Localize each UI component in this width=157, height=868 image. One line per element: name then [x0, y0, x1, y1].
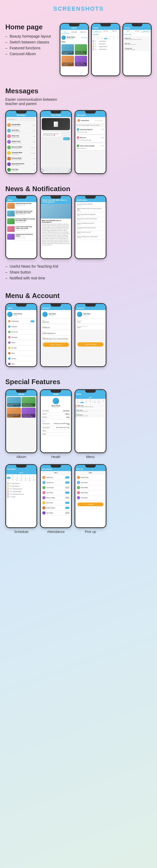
account-profile-row-2: John Pham Change pic: [75, 310, 106, 319]
menu-phone-2-frame: Account John Pham Change pic Name John P…: [40, 303, 72, 367]
sched-nav-schedule[interactable]: Schedule: [102, 30, 110, 32]
msg-item-4[interactable]: Sophie Turner Thank you so much 09:15: [7, 139, 36, 145]
sched-prev[interactable]: ‹: [7, 472, 8, 473]
attend-prev-date[interactable]: ‹: [42, 472, 42, 473]
account-change-pic-2[interactable]: Change pic: [83, 315, 90, 316]
sched-month-bar: ‹ Jan 1 ›: [6, 471, 36, 474]
menu-item-share[interactable]: Share: [6, 362, 36, 366]
keyboard: qwertyuiop asdfghjkl ⇧zxcvbnm⌫: [41, 168, 71, 173]
nav-home[interactable]: Home: [61, 31, 70, 34]
msg-item-7[interactable]: Donovan Hardy Can we reschedule? Mon: [7, 156, 36, 161]
account-change-pic-1[interactable]: Change pic: [49, 315, 56, 316]
save-btn-2[interactable]: SAVE CHANGE: [77, 342, 104, 347]
notif-item-3[interactable]: Notice of Lunar New Year holiday 2019 Ye…: [76, 213, 105, 218]
notif-item-4[interactable]: Notice of parent meeting in the first qu…: [76, 217, 105, 222]
notif-item-7[interactable]: Register donation for your kid 5 days ag…: [76, 230, 105, 235]
news-item-1[interactable]: Educational Games for Kids 2 days ago • …: [6, 202, 36, 210]
msg-text-9: Liam Tyler See you then!: [12, 168, 33, 172]
phone-notch-2: [100, 24, 111, 26]
menu-cal-next[interactable]: ›: [105, 397, 105, 398]
menu-messages-label: Messages: [11, 336, 17, 338]
notif-toggle[interactable]: [31, 320, 34, 322]
notif-item-5[interactable]: Payment of medical fees for your kid 3 d…: [76, 222, 105, 226]
account-avatar-2: [77, 312, 82, 317]
attend-toggle-7[interactable]: [65, 507, 70, 509]
schedule-screen: Home Home Schedule Ask for all Schedule …: [92, 24, 119, 75]
ask-screen: Home Home Schedule Ask for all Ask for a…: [123, 24, 151, 75]
pickup-next-date[interactable]: ›: [104, 472, 105, 473]
attend-toggle-6[interactable]: [65, 502, 70, 504]
msg-item-9[interactable]: Liam Tyler See you then! Sat: [7, 167, 36, 173]
attend-toggle-5[interactable]: [65, 497, 70, 499]
attend-toggle-1[interactable]: [65, 476, 70, 478]
msg-item-5[interactable]: Mercury Freddie Let me know when... Yest…: [7, 145, 36, 150]
attend-toggle-2[interactable]: [65, 482, 70, 484]
menu-item-news[interactable]: News: [6, 351, 36, 356]
news-item-4[interactable]: 5 Tips on How to Help Young Toddler Lear…: [6, 225, 36, 233]
menu-phone-1: Menu John Pham Teacher Notifications: [5, 303, 37, 367]
msg-search[interactable]: 🔍 Search: [7, 118, 36, 121]
nav-schedule[interactable]: Schedule: [70, 31, 78, 34]
menu-item-ask[interactable]: Ask for all: [6, 330, 36, 335]
attend-name-5: Britney Hadley: [46, 497, 65, 498]
attend-toggle-8[interactable]: [65, 512, 70, 514]
notif-sender-name: Hannah Rich: [81, 120, 89, 121]
attend-next-date[interactable]: ›: [70, 472, 70, 473]
schedule-phone-frame: Schedule ‹ Jan 1 › S M T W T F S 1: [5, 464, 37, 528]
pickup-avatar-3: [77, 486, 80, 489]
menu-cal-prev[interactable]: ‹: [76, 397, 76, 398]
notif-item-2[interactable]: Register martial arts for your kid. Impr…: [76, 207, 105, 213]
menu-meals: Rabbit class Chicken porridge mixed with…: [75, 404, 106, 418]
pickup-prev-date[interactable]: ‹: [76, 472, 77, 473]
msg-item-2[interactable]: Aaron Hunt See you tomorrow... 11:45: [7, 128, 36, 133]
sched-nav-ask[interactable]: Ask for all: [110, 30, 119, 32]
save-btn-1[interactable]: SAVE CHANGE: [43, 343, 69, 347]
notif-msg-text: Hey, This is a test message. How are you…: [76, 124, 105, 126]
notif-item-6[interactable]: The schedule of kids health examination …: [76, 226, 105, 231]
news-item-2[interactable]: 5 Fun ways to teach your kids about heal…: [6, 210, 36, 218]
notif-sender-name-2: Alexandria Natasha: [80, 129, 92, 130]
attend-item-6: Myra Pham: [41, 500, 71, 505]
album-img-3: Fun activities of kids in Birth Spot: [7, 408, 21, 418]
menu-item-messages[interactable]: Messages: [6, 335, 36, 340]
menu-item-album[interactable]: Album: [6, 340, 36, 345]
home-section: Home page Beauty homepage layout Switch …: [5, 23, 152, 76]
sched-event-3: 10:30 Singing during with..: [8, 488, 35, 490]
attend-toggle-3[interactable]: [65, 487, 70, 489]
account-profile-row: John Pham Change pic: [41, 310, 71, 319]
sched-nav-home[interactable]: Home: [92, 30, 101, 32]
notif-item-1[interactable]: Tuition fee payment on Feb 2019 2 hours …: [76, 203, 105, 207]
news-phone-1: News Educational Games for Kids 2 days a…: [5, 195, 37, 259]
health-row-1: FULL NAME John Pham: [41, 409, 71, 413]
menu-item-notif[interactable]: Notifications: [6, 319, 36, 324]
msg-item-1[interactable]: Hannah Baker Hey, how are you... 12:30: [7, 122, 36, 128]
attend-toggle-4[interactable]: [65, 492, 70, 494]
special-phones-row2: Schedule ‹ Jan 1 › S M T W T F S 1: [5, 464, 152, 534]
nav-ask[interactable]: Ask for all: [79, 31, 87, 34]
notif-item-8[interactable]: Pictures of training course is on the we…: [76, 235, 105, 240]
bullet-switch: Switch between classes: [5, 39, 57, 45]
msg-item-3[interactable]: Emily Lowe Great job today! 10:20: [7, 133, 36, 139]
msg-item-6[interactable]: Alexandria Mejia I'll be there at 8 Yest…: [7, 150, 36, 156]
grid-label-3: Fun activities of kids in Birth Spot: [62, 63, 73, 66]
menu-item-job[interactable]: Job offer: [6, 345, 36, 350]
grid-item-4: Organise cultural competitions for kids: [75, 56, 87, 66]
phone-notch-11: [50, 304, 61, 307]
menu-item-contact[interactable]: Contact: [6, 356, 36, 361]
menu-contact-label: Contact: [11, 358, 16, 359]
schedule-nav: Home Schedule Ask for all: [92, 30, 119, 33]
share-icon: [8, 363, 10, 365]
news-item-3[interactable]: Best Age and Method for Learning How to …: [6, 218, 36, 225]
menu-profile-name: John Pham: [13, 313, 22, 315]
update-btn[interactable]: UPDATE: [77, 502, 104, 506]
msg-avatar-1: [7, 123, 11, 127]
menu-cal-nav: ‹ Jan 7 ›: [76, 397, 105, 398]
menu-phone-3-frame: Account John Pham Change pic Password ••…: [75, 303, 107, 367]
news-item-5[interactable]: 7 Amazing Tips And Tricks For Children 6…: [6, 233, 36, 241]
notif-sender-name-4: Some school principal: [80, 145, 94, 147]
sched-next[interactable]: ›: [35, 472, 35, 473]
msg-notif-item-2: Alexandria Natasha 3:45 PM Thank you ver…: [75, 127, 106, 134]
menu-item-schedule[interactable]: Schedule: [6, 324, 36, 329]
attend-item-2: Jonathan Ly: [41, 480, 71, 485]
msg-item-8[interactable]: Samantha Espinoza Perfect, thanks! Sun: [7, 161, 36, 167]
